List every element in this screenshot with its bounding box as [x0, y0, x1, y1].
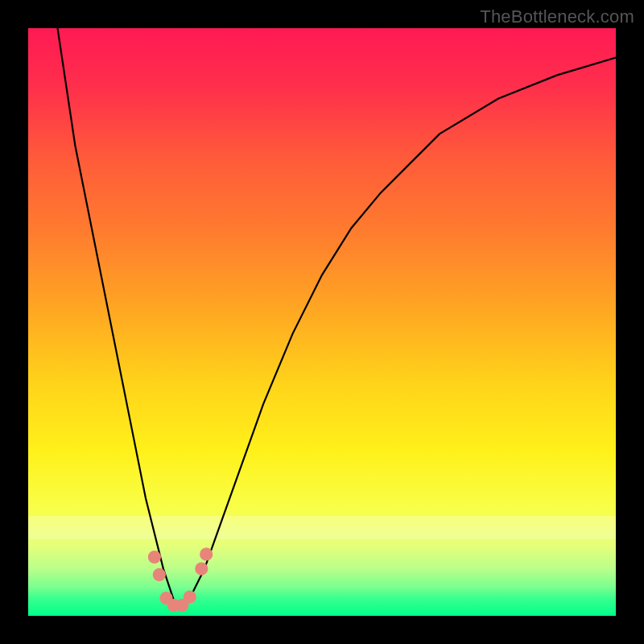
watermark-label: TheBottleneck.com	[480, 6, 634, 27]
data-marker	[148, 551, 160, 564]
data-markers	[148, 548, 212, 612]
bottleneck-curve	[28, 28, 616, 616]
data-marker	[153, 568, 165, 580]
data-marker	[200, 548, 213, 560]
chart-plot-area	[28, 28, 616, 616]
data-marker	[184, 591, 196, 603]
data-marker	[196, 563, 208, 575]
